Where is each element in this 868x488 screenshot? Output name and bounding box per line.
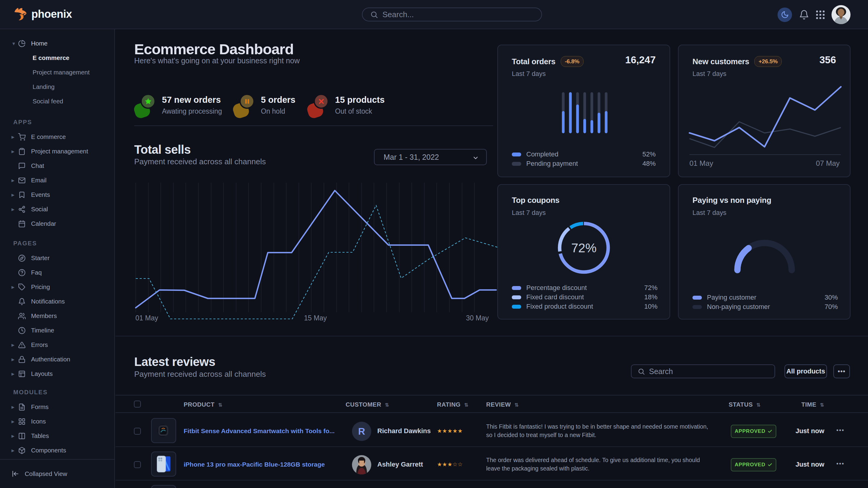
svg-text:72%: 72% — [571, 241, 596, 255]
